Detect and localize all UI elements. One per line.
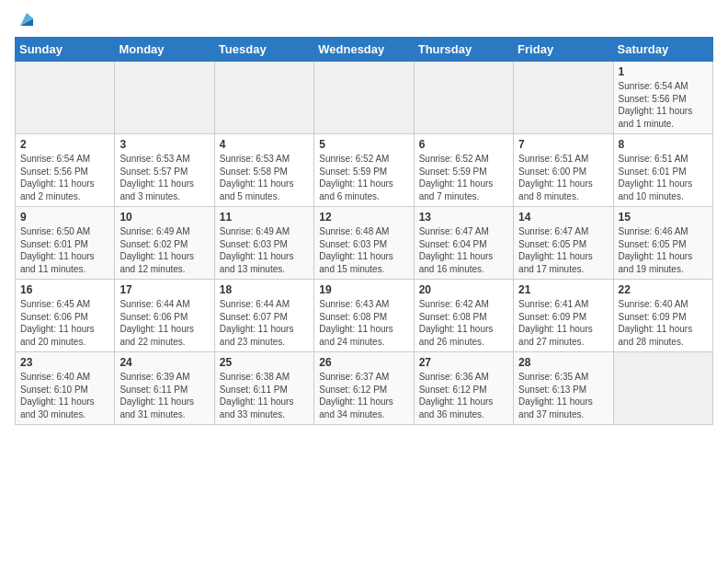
day-number: 16	[20, 283, 109, 296]
logo-icon	[17, 9, 37, 29]
calendar-week-row: 16Sunrise: 6:45 AM Sunset: 6:06 PM Dayli…	[16, 280, 713, 352]
calendar-cell: 21Sunrise: 6:41 AM Sunset: 6:09 PM Dayli…	[514, 280, 613, 352]
day-number: 25	[220, 356, 309, 369]
day-info: Sunrise: 6:54 AM Sunset: 5:56 PM Dayligh…	[619, 80, 708, 130]
calendar-cell: 24Sunrise: 6:39 AM Sunset: 6:11 PM Dayli…	[115, 352, 214, 425]
day-info: Sunrise: 6:52 AM Sunset: 5:59 PM Dayligh…	[319, 153, 408, 202]
calendar-cell: 3Sunrise: 6:53 AM Sunset: 5:57 PM Daylig…	[115, 134, 214, 207]
calendar-cell: 12Sunrise: 6:48 AM Sunset: 6:03 PM Dayli…	[314, 207, 414, 280]
day-number: 7	[518, 138, 608, 151]
day-number: 4	[220, 138, 309, 151]
day-info: Sunrise: 6:36 AM Sunset: 6:12 PM Dayligh…	[419, 371, 508, 420]
col-header-monday: Monday	[115, 38, 214, 62]
calendar-cell	[115, 62, 214, 134]
day-number: 9	[20, 211, 109, 224]
day-info: Sunrise: 6:54 AM Sunset: 5:56 PM Dayligh…	[20, 153, 109, 202]
day-number: 14	[518, 211, 608, 224]
col-header-saturday: Saturday	[613, 38, 712, 62]
day-number: 12	[319, 211, 408, 224]
calendar-cell: 13Sunrise: 6:47 AM Sunset: 6:04 PM Dayli…	[414, 207, 513, 280]
calendar-header-row: SundayMondayTuesdayWednesdayThursdayFrid…	[16, 38, 713, 62]
day-info: Sunrise: 6:52 AM Sunset: 5:59 PM Dayligh…	[419, 153, 508, 202]
calendar-cell: 7Sunrise: 6:51 AM Sunset: 6:00 PM Daylig…	[514, 134, 613, 207]
calendar-cell: 16Sunrise: 6:45 AM Sunset: 6:06 PM Dayli…	[16, 280, 115, 352]
day-info: Sunrise: 6:44 AM Sunset: 6:07 PM Dayligh…	[220, 298, 309, 348]
day-number: 23	[20, 356, 109, 369]
calendar-cell: 1Sunrise: 6:54 AM Sunset: 5:56 PM Daylig…	[613, 62, 712, 134]
day-info: Sunrise: 6:42 AM Sunset: 6:08 PM Dayligh…	[419, 298, 508, 348]
day-number: 22	[619, 283, 708, 296]
day-number: 6	[419, 138, 508, 151]
day-number: 17	[119, 283, 209, 296]
day-number: 10	[119, 211, 209, 224]
calendar-cell: 6Sunrise: 6:52 AM Sunset: 5:59 PM Daylig…	[414, 134, 513, 207]
calendar-cell: 2Sunrise: 6:54 AM Sunset: 5:56 PM Daylig…	[16, 134, 115, 207]
day-info: Sunrise: 6:38 AM Sunset: 6:11 PM Dayligh…	[220, 371, 309, 420]
day-info: Sunrise: 6:51 AM Sunset: 6:00 PM Dayligh…	[518, 153, 608, 202]
col-header-tuesday: Tuesday	[214, 38, 313, 62]
logo	[15, 9, 37, 29]
calendar-cell	[214, 62, 313, 134]
calendar-week-row: 23Sunrise: 6:40 AM Sunset: 6:10 PM Dayli…	[16, 352, 713, 425]
calendar-week-row: 2Sunrise: 6:54 AM Sunset: 5:56 PM Daylig…	[16, 134, 713, 207]
calendar-cell: 9Sunrise: 6:50 AM Sunset: 6:01 PM Daylig…	[16, 207, 115, 280]
calendar-cell	[613, 352, 712, 425]
day-info: Sunrise: 6:47 AM Sunset: 6:05 PM Dayligh…	[518, 225, 608, 275]
day-info: Sunrise: 6:47 AM Sunset: 6:04 PM Dayligh…	[419, 225, 508, 275]
day-info: Sunrise: 6:44 AM Sunset: 6:06 PM Dayligh…	[119, 298, 209, 348]
day-number: 28	[518, 356, 608, 369]
day-number: 19	[319, 283, 408, 296]
calendar-cell: 10Sunrise: 6:49 AM Sunset: 6:02 PM Dayli…	[115, 207, 214, 280]
page: SundayMondayTuesdayWednesdayThursdayFrid…	[0, 0, 728, 440]
calendar-cell	[16, 62, 115, 134]
day-info: Sunrise: 6:40 AM Sunset: 6:10 PM Dayligh…	[20, 371, 109, 420]
calendar-week-row: 1Sunrise: 6:54 AM Sunset: 5:56 PM Daylig…	[16, 62, 713, 134]
calendar-cell: 17Sunrise: 6:44 AM Sunset: 6:06 PM Dayli…	[115, 280, 214, 352]
col-header-sunday: Sunday	[16, 38, 115, 62]
calendar-cell: 19Sunrise: 6:43 AM Sunset: 6:08 PM Dayli…	[314, 280, 414, 352]
day-info: Sunrise: 6:43 AM Sunset: 6:08 PM Dayligh…	[319, 298, 408, 348]
header	[15, 9, 713, 29]
day-number: 18	[220, 283, 309, 296]
day-number: 24	[119, 356, 209, 369]
calendar-cell: 8Sunrise: 6:51 AM Sunset: 6:01 PM Daylig…	[613, 134, 712, 207]
col-header-friday: Friday	[514, 38, 613, 62]
day-info: Sunrise: 6:35 AM Sunset: 6:13 PM Dayligh…	[518, 371, 608, 420]
day-info: Sunrise: 6:45 AM Sunset: 6:06 PM Dayligh…	[20, 298, 109, 348]
calendar-table: SundayMondayTuesdayWednesdayThursdayFrid…	[15, 37, 713, 425]
day-info: Sunrise: 6:49 AM Sunset: 6:03 PM Dayligh…	[220, 225, 309, 275]
calendar-week-row: 9Sunrise: 6:50 AM Sunset: 6:01 PM Daylig…	[16, 207, 713, 280]
calendar-cell: 11Sunrise: 6:49 AM Sunset: 6:03 PM Dayli…	[214, 207, 313, 280]
day-info: Sunrise: 6:53 AM Sunset: 5:58 PM Dayligh…	[220, 153, 309, 202]
day-info: Sunrise: 6:37 AM Sunset: 6:12 PM Dayligh…	[319, 371, 408, 420]
day-number: 21	[518, 283, 608, 296]
day-number: 13	[419, 211, 508, 224]
calendar-cell: 4Sunrise: 6:53 AM Sunset: 5:58 PM Daylig…	[214, 134, 313, 207]
day-info: Sunrise: 6:51 AM Sunset: 6:01 PM Dayligh…	[619, 153, 708, 202]
calendar-cell: 28Sunrise: 6:35 AM Sunset: 6:13 PM Dayli…	[514, 352, 613, 425]
day-number: 15	[619, 211, 708, 224]
day-number: 20	[419, 283, 508, 296]
calendar-cell: 5Sunrise: 6:52 AM Sunset: 5:59 PM Daylig…	[314, 134, 414, 207]
day-info: Sunrise: 6:39 AM Sunset: 6:11 PM Dayligh…	[119, 371, 209, 420]
day-info: Sunrise: 6:40 AM Sunset: 6:09 PM Dayligh…	[619, 298, 708, 348]
day-number: 2	[20, 138, 109, 151]
calendar-cell: 18Sunrise: 6:44 AM Sunset: 6:07 PM Dayli…	[214, 280, 313, 352]
day-number: 3	[119, 138, 209, 151]
calendar-cell: 22Sunrise: 6:40 AM Sunset: 6:09 PM Dayli…	[613, 280, 712, 352]
col-header-wednesday: Wednesday	[314, 38, 414, 62]
day-number: 11	[220, 211, 309, 224]
calendar-cell	[414, 62, 513, 134]
day-number: 26	[319, 356, 408, 369]
day-info: Sunrise: 6:50 AM Sunset: 6:01 PM Dayligh…	[20, 225, 109, 275]
calendar-cell: 15Sunrise: 6:46 AM Sunset: 6:05 PM Dayli…	[613, 207, 712, 280]
day-info: Sunrise: 6:53 AM Sunset: 5:57 PM Dayligh…	[119, 153, 209, 202]
col-header-thursday: Thursday	[414, 38, 513, 62]
day-info: Sunrise: 6:48 AM Sunset: 6:03 PM Dayligh…	[319, 225, 408, 275]
calendar-cell	[314, 62, 414, 134]
day-number: 8	[619, 138, 708, 151]
calendar-cell	[514, 62, 613, 134]
calendar-cell: 23Sunrise: 6:40 AM Sunset: 6:10 PM Dayli…	[16, 352, 115, 425]
calendar-cell: 26Sunrise: 6:37 AM Sunset: 6:12 PM Dayli…	[314, 352, 414, 425]
calendar-cell: 25Sunrise: 6:38 AM Sunset: 6:11 PM Dayli…	[214, 352, 313, 425]
